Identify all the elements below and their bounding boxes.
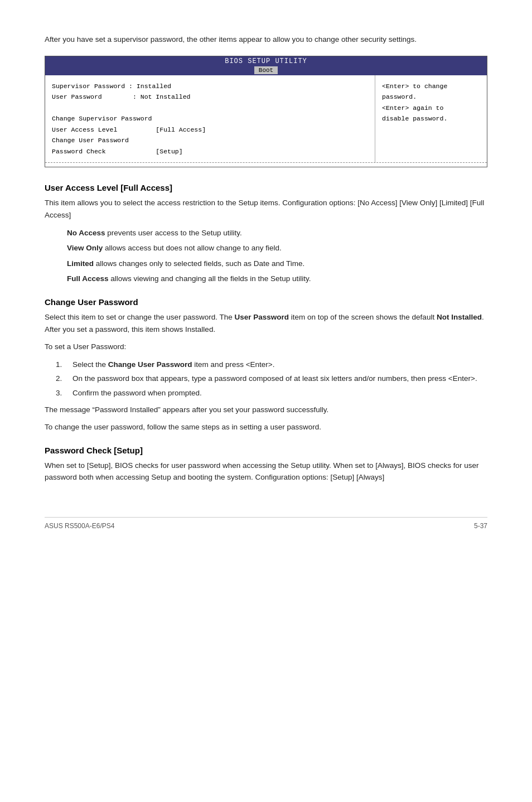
option-term-no-access: No Access bbox=[67, 229, 105, 237]
option-view-only: View Only allows access but does not all… bbox=[67, 242, 487, 254]
section-heading-change-password: Change User Password bbox=[45, 297, 487, 307]
section-heading-user-access: User Access Level [Full Access] bbox=[45, 183, 487, 192]
option-desc-view-only: allows access but does not allow change … bbox=[105, 244, 282, 252]
bios-tab-row: Boot bbox=[45, 66, 487, 75]
option-desc-no-access: prevents user access to the Setup utilit… bbox=[107, 229, 241, 237]
bios-left-panel: Supervisor Password : Installed User Pas… bbox=[45, 75, 375, 163]
section-sub-text: To set a User Password: bbox=[45, 341, 487, 353]
option-term-view-only: View Only bbox=[67, 244, 103, 252]
bios-line-3: Change Supervisor Password bbox=[52, 115, 152, 122]
footer-left: ASUS RS500A-E6/PS4 bbox=[45, 522, 114, 530]
footer-right: 5-37 bbox=[474, 522, 487, 530]
option-desc-limited: allows changes only to selected fields, … bbox=[96, 259, 304, 268]
bios-tab: Boot bbox=[254, 66, 278, 74]
bios-line-6: Password Check [Setup] bbox=[52, 148, 183, 155]
bios-screenshot: BIOS SETUP UTILITY Boot Supervisor Passw… bbox=[45, 56, 487, 168]
step-3-text: Confirm the password when prompted. bbox=[72, 387, 487, 399]
option-desc-full-access: allows viewing and changing all the fiel… bbox=[110, 274, 311, 283]
step-1-text: Select the Change User Password item and… bbox=[72, 359, 487, 371]
bios-help-4: disable password. bbox=[382, 115, 447, 122]
bios-help-3: <Enter> again to bbox=[382, 104, 443, 112]
step-1: 1. Select the Change User Password item … bbox=[45, 359, 487, 371]
section-user-access-level: User Access Level [Full Access] This ite… bbox=[45, 183, 487, 285]
intro-paragraph: After you have set a supervisor password… bbox=[45, 33, 487, 46]
option-term-full-access: Full Access bbox=[67, 274, 109, 283]
bios-help-1: <Enter> to change bbox=[382, 83, 447, 90]
bios-right-panel: <Enter> to change password. <Enter> agai… bbox=[375, 75, 487, 163]
bios-line-1: Supervisor Password : Installed bbox=[52, 83, 171, 90]
bios-title: BIOS SETUP UTILITY bbox=[45, 56, 487, 66]
steps-list: 1. Select the Change User Password item … bbox=[45, 359, 487, 399]
section-body-user-access: This item allows you to select the acces… bbox=[45, 197, 487, 221]
bios-bottom-bar bbox=[45, 162, 487, 167]
bios-line-4: User Access Level [Full Access] bbox=[52, 126, 206, 133]
step-2-text: On the password box that appears, type a… bbox=[72, 373, 487, 385]
bios-body: Supervisor Password : Installed User Pas… bbox=[45, 75, 487, 163]
option-term-limited: Limited bbox=[67, 259, 94, 268]
option-no-access: No Access prevents user access to the Se… bbox=[67, 227, 487, 239]
footer: ASUS RS500A-E6/PS4 5-37 bbox=[45, 517, 487, 530]
section-change-user-password: Change User Password Select this item to… bbox=[45, 297, 487, 433]
step-3-num: 3. bbox=[45, 387, 72, 399]
section-body-password-check: When set to [Setup], BIOS checks for use… bbox=[45, 460, 487, 484]
section-heading-password-check: Password Check [Setup] bbox=[45, 446, 487, 455]
step-2: 2. On the password box that appears, typ… bbox=[45, 373, 487, 385]
step-3: 3. Confirm the password when prompted. bbox=[45, 387, 487, 399]
option-full-access: Full Access allows viewing and changing … bbox=[67, 273, 487, 285]
section-password-check: Password Check [Setup] When set to [Setu… bbox=[45, 446, 487, 484]
after-steps-2: To change the user password, follow the … bbox=[45, 421, 487, 433]
bios-line-2: User Password : Not Installed bbox=[52, 93, 190, 100]
step-1-num: 1. bbox=[45, 359, 72, 371]
bios-line-5: Change User Password bbox=[52, 137, 129, 144]
section-body-change-password: Select this item to set or change the us… bbox=[45, 311, 487, 335]
bios-help-2: password. bbox=[382, 93, 417, 100]
step-2-num: 2. bbox=[45, 373, 72, 385]
option-limited: Limited allows changes only to selected … bbox=[67, 258, 487, 270]
after-steps-1: The message “Password Installed” appears… bbox=[45, 404, 487, 416]
